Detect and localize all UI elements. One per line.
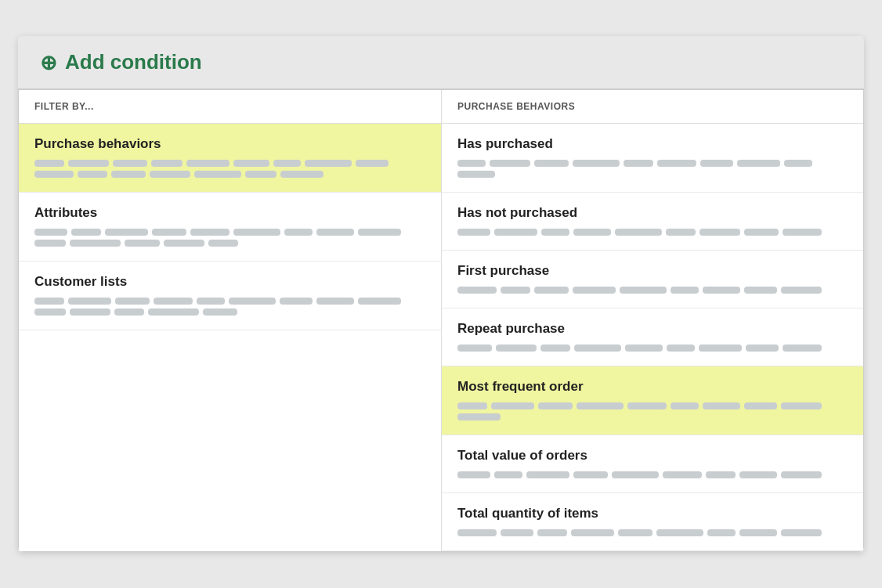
skeleton-group xyxy=(34,160,425,178)
skel xyxy=(577,402,624,409)
skel xyxy=(534,160,569,167)
skel xyxy=(457,287,497,294)
panel-title: Add condition xyxy=(65,50,202,74)
left-item-title: Attributes xyxy=(34,205,425,221)
skel xyxy=(125,240,160,247)
left-item-attributes[interactable]: Attributes xyxy=(19,193,441,262)
skel xyxy=(615,229,662,236)
right-item-title: Total quantity of items xyxy=(457,506,848,521)
skel xyxy=(68,160,109,167)
skel xyxy=(656,529,703,536)
skel xyxy=(148,308,199,316)
skel xyxy=(34,171,74,178)
right-item-title: Total value of orders xyxy=(457,448,848,464)
skel xyxy=(573,160,620,167)
skel xyxy=(671,402,699,409)
skel xyxy=(526,471,569,478)
skel xyxy=(457,402,487,409)
right-item-total-quantity-of-items[interactable]: Total quantity of items xyxy=(442,493,863,551)
skeleton-group xyxy=(457,229,848,236)
skel xyxy=(164,240,204,247)
skel xyxy=(233,160,269,167)
skel xyxy=(70,240,121,247)
skel xyxy=(457,345,492,352)
skel xyxy=(744,229,779,236)
skel xyxy=(618,529,652,536)
skel xyxy=(573,229,611,236)
skel xyxy=(457,529,497,536)
skel xyxy=(501,529,533,536)
skel xyxy=(707,529,736,536)
skeleton-group xyxy=(457,345,848,352)
right-item-total-value-of-orders[interactable]: Total value of orders xyxy=(442,435,863,493)
skel xyxy=(316,229,354,236)
skel xyxy=(68,298,111,305)
add-condition-panel: ⊕ Add condition FILTER BY... Purchase be… xyxy=(18,36,864,552)
right-item-has-not-purchased[interactable]: Has not purchased xyxy=(442,193,863,251)
skel xyxy=(612,471,659,478)
skel xyxy=(573,471,608,478)
right-item-most-frequent-order[interactable]: Most frequent order xyxy=(442,366,863,435)
right-item-has-purchased[interactable]: Has purchased xyxy=(442,124,863,193)
skel xyxy=(105,229,148,236)
skel xyxy=(34,160,64,167)
right-item-title: First purchase xyxy=(457,263,848,279)
skel xyxy=(494,471,522,478)
skel xyxy=(784,160,812,167)
skel xyxy=(667,345,695,352)
skel xyxy=(739,471,777,478)
skel xyxy=(571,529,614,536)
skel xyxy=(151,160,183,167)
skel xyxy=(703,402,740,409)
skel xyxy=(280,298,313,305)
skel xyxy=(625,345,663,352)
skeleton-group xyxy=(457,402,848,420)
skel xyxy=(115,298,150,305)
skel xyxy=(657,160,696,167)
right-item-repeat-purchase[interactable]: Repeat purchase xyxy=(442,308,863,366)
skel xyxy=(706,471,736,478)
skel xyxy=(534,287,569,294)
skel xyxy=(78,171,107,178)
skel xyxy=(624,160,653,167)
skel xyxy=(34,298,64,305)
right-panel: PURCHASE BEHAVIORS Has purchased xyxy=(442,90,863,551)
skel xyxy=(574,345,621,352)
skel xyxy=(152,229,186,236)
skel xyxy=(316,298,354,305)
right-item-first-purchase[interactable]: First purchase xyxy=(442,251,863,308)
skel xyxy=(573,287,616,294)
skel xyxy=(34,229,67,236)
skel xyxy=(494,229,537,236)
skel xyxy=(457,471,490,478)
right-item-title: Repeat purchase xyxy=(457,321,848,337)
skel xyxy=(538,402,573,409)
skel xyxy=(744,402,777,409)
content-area: FILTER BY... Purchase behaviors xyxy=(18,89,864,552)
right-item-title: Has purchased xyxy=(457,136,848,152)
skel xyxy=(744,287,777,294)
skel xyxy=(71,229,101,236)
skel xyxy=(457,171,495,178)
skel xyxy=(280,171,324,178)
skel xyxy=(194,171,241,178)
skel xyxy=(540,345,570,352)
skel xyxy=(186,160,230,167)
skel xyxy=(737,160,780,167)
skel xyxy=(781,471,822,478)
left-item-purchase-behaviors[interactable]: Purchase behaviors xyxy=(19,124,441,193)
skel xyxy=(781,287,822,294)
skel xyxy=(208,240,238,247)
skel xyxy=(783,229,822,236)
skel xyxy=(783,345,822,352)
left-panel-header: FILTER BY... xyxy=(19,90,441,124)
skel xyxy=(154,298,193,305)
right-panel-header: PURCHASE BEHAVIORS xyxy=(442,90,863,124)
skel xyxy=(627,402,667,409)
skel xyxy=(620,287,667,294)
skel xyxy=(699,345,742,352)
skel xyxy=(358,298,401,305)
skel xyxy=(490,160,530,167)
skel xyxy=(70,308,110,316)
left-item-customer-lists[interactable]: Customer lists xyxy=(19,262,441,330)
